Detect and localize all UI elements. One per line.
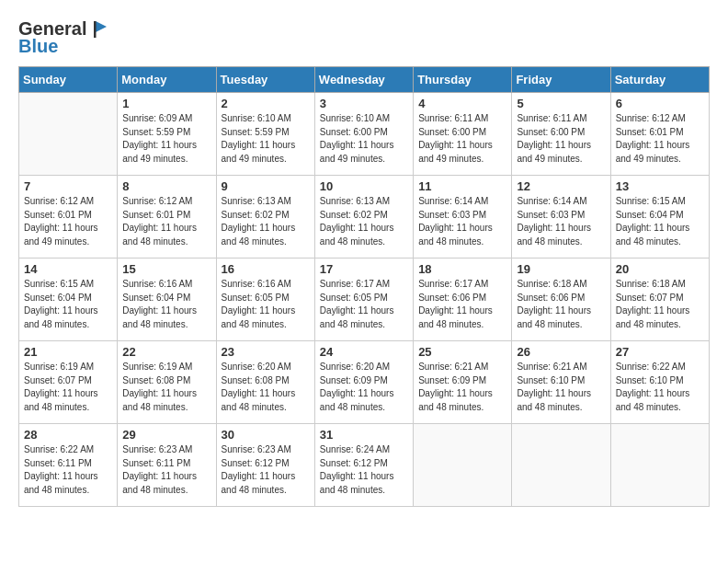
cell-info: Sunrise: 6:23 AM Sunset: 6:12 PM Dayligh… xyxy=(222,443,310,497)
day-number: 18 xyxy=(418,262,506,276)
cal-cell: 25Sunrise: 6:21 AM Sunset: 6:09 PM Dayli… xyxy=(414,341,512,424)
day-number: 5 xyxy=(517,97,605,110)
day-number: 24 xyxy=(320,345,408,359)
cell-info: Sunrise: 6:23 AM Sunset: 6:11 PM Dayligh… xyxy=(122,443,210,497)
cal-cell: 10Sunrise: 6:13 AM Sunset: 6:02 PM Dayli… xyxy=(314,176,413,259)
cell-info: Sunrise: 6:22 AM Sunset: 6:11 PM Dayligh… xyxy=(24,443,112,497)
day-number: 29 xyxy=(122,428,210,442)
day-number: 4 xyxy=(418,97,506,110)
day-number: 28 xyxy=(24,428,112,442)
cal-cell: 17Sunrise: 6:17 AM Sunset: 6:05 PM Dayli… xyxy=(314,259,413,341)
cal-cell xyxy=(512,424,610,507)
day-number: 31 xyxy=(320,428,408,442)
calendar-table: SundayMondayTuesdayWednesdayThursdayFrid… xyxy=(18,66,710,507)
cell-info: Sunrise: 6:18 AM Sunset: 6:07 PM Dayligh… xyxy=(616,278,704,331)
cell-info: Sunrise: 6:20 AM Sunset: 6:09 PM Dayligh… xyxy=(320,361,408,414)
cal-cell: 4Sunrise: 6:11 AM Sunset: 6:00 PM Daylig… xyxy=(414,93,512,176)
cell-info: Sunrise: 6:21 AM Sunset: 6:09 PM Dayligh… xyxy=(418,361,506,414)
logo-blue-text: Blue xyxy=(18,36,58,57)
day-number: 11 xyxy=(418,179,506,193)
cell-info: Sunrise: 6:10 AM Sunset: 6:00 PM Dayligh… xyxy=(320,112,408,166)
cal-cell: 5Sunrise: 6:11 AM Sunset: 6:00 PM Daylig… xyxy=(512,93,610,176)
cell-info: Sunrise: 6:16 AM Sunset: 6:04 PM Dayligh… xyxy=(122,278,210,331)
day-header-sunday: Sunday xyxy=(19,67,118,93)
cal-cell: 11Sunrise: 6:14 AM Sunset: 6:03 PM Dayli… xyxy=(414,176,512,259)
day-number: 25 xyxy=(418,345,506,359)
day-number: 9 xyxy=(222,179,310,193)
cell-info: Sunrise: 6:18 AM Sunset: 6:06 PM Dayligh… xyxy=(517,278,605,331)
day-number: 10 xyxy=(320,179,408,193)
day-number: 26 xyxy=(517,345,605,359)
cal-cell: 18Sunrise: 6:17 AM Sunset: 6:06 PM Dayli… xyxy=(414,259,512,341)
cell-info: Sunrise: 6:12 AM Sunset: 6:01 PM Dayligh… xyxy=(122,195,210,248)
cell-info: Sunrise: 6:12 AM Sunset: 6:01 PM Dayligh… xyxy=(24,195,112,248)
day-number: 14 xyxy=(24,262,112,276)
week-row-1: 7Sunrise: 6:12 AM Sunset: 6:01 PM Daylig… xyxy=(19,176,710,259)
day-number: 22 xyxy=(122,345,210,359)
svg-marker-0 xyxy=(96,21,107,32)
cell-info: Sunrise: 6:24 AM Sunset: 6:12 PM Dayligh… xyxy=(320,443,408,497)
cell-info: Sunrise: 6:16 AM Sunset: 6:05 PM Dayligh… xyxy=(222,278,310,331)
cal-cell xyxy=(414,424,512,507)
cal-cell: 22Sunrise: 6:19 AM Sunset: 6:08 PM Dayli… xyxy=(118,341,216,424)
cell-info: Sunrise: 6:15 AM Sunset: 6:04 PM Dayligh… xyxy=(24,278,112,331)
cell-info: Sunrise: 6:12 AM Sunset: 6:01 PM Dayligh… xyxy=(616,112,704,166)
cal-cell: 9Sunrise: 6:13 AM Sunset: 6:02 PM Daylig… xyxy=(216,176,314,259)
cal-cell: 1Sunrise: 6:09 AM Sunset: 5:59 PM Daylig… xyxy=(118,93,216,176)
cal-cell: 31Sunrise: 6:24 AM Sunset: 6:12 PM Dayli… xyxy=(314,424,413,507)
cell-info: Sunrise: 6:20 AM Sunset: 6:08 PM Dayligh… xyxy=(222,361,310,414)
header: General Blue xyxy=(18,18,710,57)
cal-cell: 30Sunrise: 6:23 AM Sunset: 6:12 PM Dayli… xyxy=(216,424,314,507)
day-number: 15 xyxy=(122,262,210,276)
week-row-2: 14Sunrise: 6:15 AM Sunset: 6:04 PM Dayli… xyxy=(19,259,710,341)
cell-info: Sunrise: 6:13 AM Sunset: 6:02 PM Dayligh… xyxy=(222,195,310,248)
day-number: 16 xyxy=(222,262,310,276)
day-number: 17 xyxy=(320,262,408,276)
day-number: 30 xyxy=(222,428,310,442)
cal-cell xyxy=(610,424,709,507)
cell-info: Sunrise: 6:15 AM Sunset: 6:04 PM Dayligh… xyxy=(616,195,704,248)
cal-cell: 7Sunrise: 6:12 AM Sunset: 6:01 PM Daylig… xyxy=(19,176,118,259)
cal-cell: 12Sunrise: 6:14 AM Sunset: 6:03 PM Dayli… xyxy=(512,176,610,259)
day-number: 7 xyxy=(24,179,112,193)
day-header-thursday: Thursday xyxy=(414,67,512,93)
day-number: 27 xyxy=(616,345,704,359)
cell-info: Sunrise: 6:10 AM Sunset: 5:59 PM Dayligh… xyxy=(222,112,310,166)
cal-cell: 8Sunrise: 6:12 AM Sunset: 6:01 PM Daylig… xyxy=(118,176,216,259)
cal-cell: 2Sunrise: 6:10 AM Sunset: 5:59 PM Daylig… xyxy=(216,93,314,176)
cell-info: Sunrise: 6:11 AM Sunset: 6:00 PM Dayligh… xyxy=(517,112,605,166)
svg-rect-1 xyxy=(94,21,97,38)
cal-cell: 28Sunrise: 6:22 AM Sunset: 6:11 PM Dayli… xyxy=(19,424,118,507)
cell-info: Sunrise: 6:11 AM Sunset: 6:00 PM Dayligh… xyxy=(418,112,506,166)
cal-cell: 15Sunrise: 6:16 AM Sunset: 6:04 PM Dayli… xyxy=(118,259,216,341)
cell-info: Sunrise: 6:19 AM Sunset: 6:07 PM Dayligh… xyxy=(24,361,112,414)
day-number: 6 xyxy=(616,97,704,110)
cell-info: Sunrise: 6:17 AM Sunset: 6:06 PM Dayligh… xyxy=(418,278,506,331)
day-number: 1 xyxy=(122,97,210,110)
cal-cell: 21Sunrise: 6:19 AM Sunset: 6:07 PM Dayli… xyxy=(19,341,118,424)
day-number: 13 xyxy=(616,179,704,193)
cell-info: Sunrise: 6:21 AM Sunset: 6:10 PM Dayligh… xyxy=(517,361,605,414)
cal-cell: 13Sunrise: 6:15 AM Sunset: 6:04 PM Dayli… xyxy=(610,176,709,259)
day-header-friday: Friday xyxy=(512,67,610,93)
day-header-monday: Monday xyxy=(118,67,216,93)
day-header-tuesday: Tuesday xyxy=(216,67,314,93)
cal-cell xyxy=(19,93,118,176)
cal-cell: 16Sunrise: 6:16 AM Sunset: 6:05 PM Dayli… xyxy=(216,259,314,341)
day-number: 20 xyxy=(616,262,704,276)
cal-cell: 23Sunrise: 6:20 AM Sunset: 6:08 PM Dayli… xyxy=(216,341,314,424)
day-number: 3 xyxy=(320,97,408,110)
day-header-saturday: Saturday xyxy=(610,67,709,93)
cell-info: Sunrise: 6:19 AM Sunset: 6:08 PM Dayligh… xyxy=(122,361,210,414)
day-number: 23 xyxy=(222,345,310,359)
cell-info: Sunrise: 6:17 AM Sunset: 6:05 PM Dayligh… xyxy=(320,278,408,331)
cell-info: Sunrise: 6:13 AM Sunset: 6:02 PM Dayligh… xyxy=(320,195,408,248)
week-row-4: 28Sunrise: 6:22 AM Sunset: 6:11 PM Dayli… xyxy=(19,424,710,507)
week-row-3: 21Sunrise: 6:19 AM Sunset: 6:07 PM Dayli… xyxy=(19,341,710,424)
cal-cell: 6Sunrise: 6:12 AM Sunset: 6:01 PM Daylig… xyxy=(610,93,709,176)
cal-cell: 14Sunrise: 6:15 AM Sunset: 6:04 PM Dayli… xyxy=(19,259,118,341)
day-number: 19 xyxy=(517,262,605,276)
cal-cell: 24Sunrise: 6:20 AM Sunset: 6:09 PM Dayli… xyxy=(314,341,413,424)
cal-cell: 26Sunrise: 6:21 AM Sunset: 6:10 PM Dayli… xyxy=(512,341,610,424)
cal-cell: 27Sunrise: 6:22 AM Sunset: 6:10 PM Dayli… xyxy=(610,341,709,424)
